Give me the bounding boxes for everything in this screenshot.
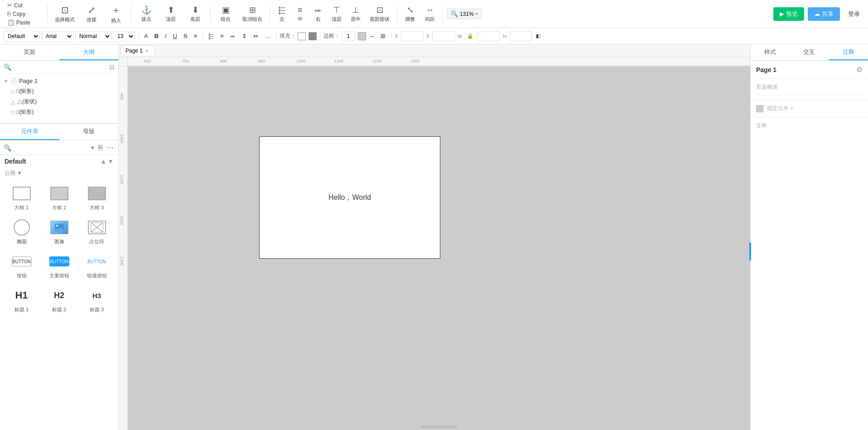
comp-h1[interactable]: H1 标题 1 (5, 285, 39, 315)
button-preview: BUTTON (10, 252, 33, 271)
align-top-button[interactable]: ⊤ 顶层 (328, 3, 345, 24)
insert-button[interactable]: ＋ 插入 (105, 2, 127, 26)
resize-options-button[interactable]: ◧ (534, 32, 543, 40)
preview-button[interactable]: ▶ 预览 (773, 7, 804, 21)
tab-interact[interactable]: 交互 (790, 44, 829, 60)
underline-button[interactable]: U (171, 32, 179, 40)
top-layer-button[interactable]: ⬆ 顶层 (159, 3, 182, 24)
tab-style[interactable]: 样式 (751, 44, 790, 60)
paste-button[interactable]: 📋 Paste (5, 18, 42, 27)
outline-item-2[interactable]: △ △(形状) (0, 97, 118, 107)
login-button[interactable]: 登录 (844, 7, 864, 21)
divider-1 (47, 5, 48, 23)
comp-box1[interactable]: 方框 1 (5, 183, 39, 213)
outline-item-3[interactable]: □ □(矩形) (0, 107, 118, 117)
share-button[interactable]: ☁ 共享 (808, 7, 840, 21)
bold-button[interactable]: B (152, 32, 161, 40)
border-corners-button[interactable]: ⊞ (378, 32, 388, 40)
italic-button[interactable]: I (163, 32, 169, 40)
comp-link-button[interactable]: BUTTON 链接按钮 (80, 251, 114, 281)
border-style-button[interactable]: ─ (368, 32, 376, 40)
connect-button[interactable]: ⤢ 连接 (80, 3, 103, 25)
text-overflow-button[interactable]: … (262, 32, 273, 40)
h-input[interactable] (509, 31, 532, 41)
align-mid-button[interactable]: ⊥ 居中 (347, 3, 364, 24)
outline-search-input[interactable] (13, 64, 107, 70)
fill-color-dark[interactable] (309, 32, 317, 40)
lock-ratio-button[interactable]: 🔒 (465, 32, 476, 40)
add-component-button[interactable]: + (90, 143, 96, 153)
comp-box2[interactable]: 方框 2 (42, 183, 76, 213)
list-button[interactable]: ≡ (192, 32, 200, 40)
outline-page-1[interactable]: ▼ 📄 Page 1 (0, 76, 118, 86)
align-right-button[interactable]: ⬰ 右 (310, 4, 326, 24)
design-frame[interactable]: Hello，World (259, 136, 440, 259)
text-spacing-button[interactable]: ⇕ (240, 32, 249, 40)
rect-icon-1: □ (11, 88, 14, 95)
comp-button[interactable]: BUTTON 按钮 (5, 251, 39, 281)
comp-h3[interactable]: H3 标题 3 (80, 285, 114, 315)
border-value-input[interactable] (342, 31, 355, 41)
comp-box3[interactable]: 方框 3 (80, 183, 114, 213)
text-align-center-button[interactable]: ≡ (218, 32, 226, 40)
spacing-button[interactable]: ↔ 间距 (421, 4, 439, 24)
outline-item-1[interactable]: □ □(矩形) (0, 86, 118, 97)
cut-button[interactable]: ✂ Cut (5, 1, 42, 10)
component-search-input[interactable] (13, 145, 88, 151)
box3-label: 方框 3 (90, 204, 104, 211)
left-panel: 页面 大纲 🔍 ⊟ ▼ 📄 Page 1 □ □(矩形) △ (0, 44, 119, 430)
fill-color-white[interactable] (298, 32, 306, 40)
bottom-layer-button[interactable]: ⬇ 底层 (184, 3, 207, 24)
text-align-left-button[interactable]: ⬱ (206, 32, 216, 41)
x-input[interactable] (401, 31, 424, 41)
align-shape-button[interactable]: ⊡ 底部形状 (366, 3, 393, 24)
strikethrough-button[interactable]: S (181, 32, 190, 40)
tab-library[interactable]: 元件库 (0, 124, 59, 140)
font-size-select[interactable]: 13 (113, 31, 135, 42)
text-align-right-button[interactable]: ⬰ (228, 32, 238, 41)
select-mode-button[interactable]: ⊡ 选择模式 (51, 3, 78, 25)
text-indent-button[interactable]: ⇔ (251, 32, 260, 40)
font-A-button[interactable]: A (142, 32, 150, 40)
right-edge-indicator[interactable] (749, 242, 751, 261)
resize-button[interactable]: ⤡ 调整 (401, 3, 419, 24)
anchor-button[interactable]: ⚓ 拔点 (135, 3, 158, 24)
copy-component-button[interactable]: ⎘ (97, 143, 104, 153)
comp-h2[interactable]: H2 标题 2 (42, 285, 76, 315)
style-select[interactable]: Default (4, 31, 40, 42)
filter-icon[interactable]: ⊟ (109, 63, 115, 71)
font-select[interactable]: Arial (42, 31, 73, 42)
font-weight-select[interactable]: Normal (75, 31, 111, 42)
align-center-button[interactable]: ≡ 中 (292, 4, 308, 24)
canvas-scrollbar-h[interactable] (421, 425, 457, 428)
tab-master[interactable]: 母版 (59, 124, 119, 140)
ruler-mark-600: 600 (144, 59, 151, 63)
canvas-content[interactable]: Hello，World (128, 66, 750, 430)
common-section-label: 公用 ▼ (0, 168, 118, 179)
tab-outline[interactable]: 大纲 (59, 44, 119, 60)
tab-annotate[interactable]: 注释 (829, 44, 868, 60)
arrow-up-button[interactable]: ▲ (100, 158, 106, 165)
w-input[interactable] (477, 31, 500, 41)
assign-label[interactable]: 指定元件 + (767, 105, 793, 112)
comp-primary-button[interactable]: BUTTON 主要按钮 (42, 251, 76, 281)
y-input[interactable] (432, 31, 455, 41)
right-settings-button[interactable]: ⚙ (856, 65, 863, 74)
canvas-tab-close-button[interactable]: × (145, 48, 149, 54)
arrow-down-button[interactable]: ▼ (107, 158, 114, 165)
copy-button[interactable]: ⎘ Copy (5, 10, 42, 18)
comp-image[interactable]: 图像 (42, 217, 76, 247)
comp-placeholder[interactable]: 占位符 (80, 217, 114, 247)
annotation-color-box[interactable] (756, 105, 763, 112)
comp-circle[interactable]: 椭圆 (5, 217, 39, 247)
format-div-5 (391, 32, 391, 41)
border-color[interactable] (358, 32, 366, 40)
group-button[interactable]: ▣ 组合 (214, 3, 237, 24)
top-layer-icon: ⬆ (168, 5, 174, 15)
more-component-button[interactable]: ⋯ (106, 142, 115, 153)
align-left-button[interactable]: ⬱ 左 (274, 4, 290, 24)
ungroup-button[interactable]: ⊞ 取消组合 (239, 3, 266, 24)
zoom-control[interactable]: 🔍 131% ▾ (447, 9, 482, 19)
tab-pages[interactable]: 页面 (0, 44, 59, 60)
canvas-tab-page1[interactable]: Page 1 × (121, 45, 154, 56)
